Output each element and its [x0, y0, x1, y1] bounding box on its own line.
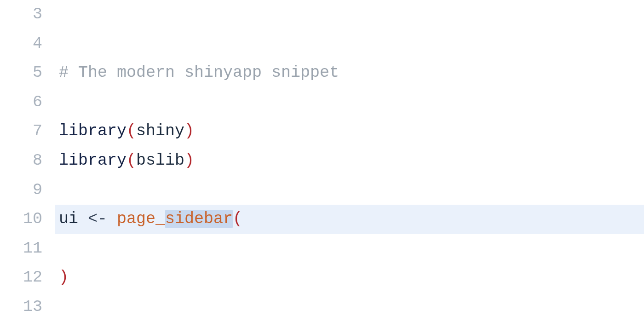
code-token: library: [59, 122, 126, 140]
code-line[interactable]: 7library(shiny): [0, 117, 644, 146]
code-content[interactable]: ): [55, 263, 644, 293]
code-line[interactable]: 6: [0, 88, 644, 117]
code-token: # The modern shinyapp snippet: [59, 63, 339, 82]
line-number: 3: [0, 0, 55, 29]
code-content[interactable]: [55, 293, 644, 322]
line-number: 8: [0, 146, 55, 176]
code-token: bslib: [136, 151, 184, 170]
code-content[interactable]: [55, 234, 644, 264]
line-number: 6: [0, 88, 55, 117]
code-line[interactable]: 10ui <- page_sidebar(: [0, 205, 644, 234]
code-line[interactable]: 4: [0, 29, 644, 59]
line-number: 11: [0, 234, 55, 264]
code-line[interactable]: 12): [0, 263, 644, 293]
code-token: <-: [88, 210, 107, 228]
code-line[interactable]: 11: [0, 234, 644, 264]
code-token: ui: [59, 210, 88, 228]
code-editor[interactable]: 345# The modern shinyapp snippet67librar…: [0, 0, 644, 322]
line-number: 13: [0, 293, 55, 322]
code-token: page_: [117, 210, 165, 228]
code-line[interactable]: 3: [0, 0, 644, 29]
code-token: shiny: [136, 122, 184, 140]
code-token: ): [184, 151, 194, 170]
code-token: [107, 210, 117, 228]
code-content[interactable]: [55, 88, 644, 117]
line-number: 10: [0, 205, 55, 234]
code-content[interactable]: # The modern shinyapp snippet: [55, 58, 644, 88]
code-content[interactable]: [55, 176, 644, 205]
line-number: 12: [0, 263, 55, 293]
code-content[interactable]: [55, 0, 644, 29]
code-token: (: [233, 210, 242, 228]
line-number: 4: [0, 29, 55, 59]
code-token: ): [59, 268, 69, 287]
code-token: (: [126, 122, 136, 140]
line-number: 9: [0, 176, 55, 205]
code-content[interactable]: library(shiny): [55, 117, 644, 146]
code-line[interactable]: 5# The modern shinyapp snippet: [0, 58, 644, 88]
code-content[interactable]: ui <- page_sidebar(: [55, 205, 644, 234]
line-number: 7: [0, 117, 55, 146]
code-token: library: [59, 151, 126, 170]
code-token: ): [184, 122, 194, 140]
line-number: 5: [0, 58, 55, 88]
code-content[interactable]: [55, 29, 644, 59]
code-line[interactable]: 13: [0, 293, 644, 322]
code-token: (: [126, 151, 136, 170]
code-token: sidebar: [165, 210, 233, 228]
code-content[interactable]: library(bslib): [55, 146, 644, 176]
code-line[interactable]: 9: [0, 176, 644, 205]
code-line[interactable]: 8library(bslib): [0, 146, 644, 176]
